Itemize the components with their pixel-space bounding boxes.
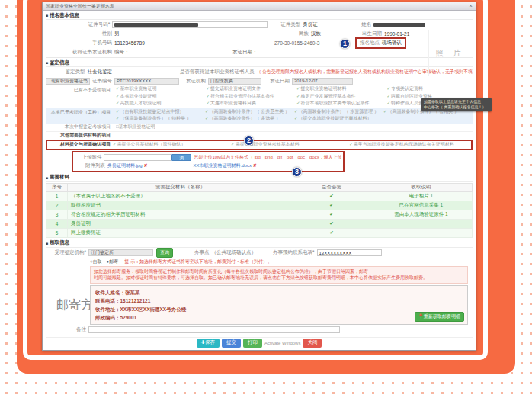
address-line: 联系电话：13121212121 [95,297,463,305]
cell-must-check-icon: ✔ [293,219,370,228]
submit-items-highlight-row: 2 材料提交与所需确认项目 ✓需提供公共基础材料（原件确认） ✓需提供该职业资格… [46,140,473,150]
col-note: 收取说明 [370,183,472,191]
check-icon: ✓ [383,109,387,114]
section-header-confirm: ■ 领取信息 [46,239,473,248]
other-materials-label: 其他需要提供材料的项目 [46,132,113,139]
cell-name: （本省属于以上地区的不予受理） [67,191,293,201]
check-icon: ✓ [296,86,300,91]
org-search-button[interactable]: 查询 [156,248,173,258]
annotation-circle-3: 3 [292,167,302,177]
save-button[interactable]: ✚保存 [197,339,220,348]
other-materials-row: 其他需要提供材料的项目 [46,131,473,139]
reject-item: ✓高技能人才职业证明 [116,100,202,108]
check-icon: ✓ [387,101,391,105]
materials-table-body: 1 （本省属于以上地区的不予受理） ✔ 电子相片 1 2 取得相应证书 ✔ 已在… [46,191,473,237]
check-icon: ✓ [207,101,210,105]
reg-type-row: 鉴定类型 社会化鉴定 是否曾获得过本职业资格证书人员 （ 公告受理期限内报名人或… [46,67,473,76]
cert-date-value[interactable]: 2019-12-07 [292,78,353,85]
check-icon: ✓ [205,116,209,120]
cell-note: 已在官网信息采集 1 [370,201,472,210]
basic-row-1: 证件号码* 证件类型 身份证 姓名 [46,20,425,29]
section-icon: ■ [46,13,48,18]
reject-item: ✓基本职业资格证明 [116,85,202,93]
print-button[interactable]: 打印 [243,339,262,348]
table-row: 1 （本省属于以上地区的不予受理） ✔ 电子相片 1 [46,191,473,201]
browse-button[interactable]: 浏览… [171,154,191,161]
file-item: 身份证明材料.jpg ✘ [107,162,148,169]
cell-seq: 3 [46,210,68,219]
submit-item: ✓需至当地职业技能鉴定机构现场确认有关证明材料 [349,141,467,149]
remark-input[interactable] [88,326,340,333]
cell-must-check-icon: ✔ [293,210,370,219]
section-icon: ■ [46,241,48,246]
cell-name: 取得相应证书 [67,201,293,210]
reject-item: ✓专项类认定资料 [387,85,473,93]
check-icon: ✓ [116,94,120,98]
open-projects-label: 本省已开考职业（工种）项目 [46,109,113,116]
cell-note [370,228,472,237]
check-icon: ✓ [296,94,300,98]
reject-block: 已有不予受理项目 ✓基本职业资格证明 ✓本省职业技能证明 ✓高技能人才职业证明 … [46,85,473,108]
id-number-label: 证件号码* [46,21,112,28]
cert-no-value[interactable]: PTC2019XXXXX [114,78,179,85]
id-number-input[interactable] [112,21,267,28]
divider [46,57,473,58]
close-button[interactable]: 关闭 [303,339,322,348]
cell-note [370,219,472,228]
materials-table: 序号 需要提交材料（名称） 是否必需 收取说明 1 （本省属于以上地区的不予受理… [46,183,473,238]
name-label: 姓名 [345,21,373,28]
cell-seq: 1 [46,191,68,201]
post-method-label: 邮寄方式* [56,297,87,313]
watermark-text: Activate Windows [264,341,300,345]
table-row: 4 身份证明 ✔ [46,219,473,228]
pickup-radio-group[interactable]: ○自取 ●邮寄 [90,258,118,265]
check-icon: ✓ [205,109,209,114]
upload-file-input[interactable] [104,154,171,161]
section-title-basic: 报名基本信息 [50,12,79,19]
reject-label: 已有不予受理项目 [46,87,113,94]
mail-block: 邮寄方式* 收件人姓名：张某某联系电话：13121212121收件地址：XX市X… [46,285,473,325]
col-must: 是否必需 [293,183,370,191]
ethnic-value: 汉族 [311,30,355,37]
file-link[interactable]: 身份证明材料.jpg [107,163,143,168]
check-icon: ✓ [207,94,210,98]
open-project-item: ✓（高温装备制冷条件）（ 公共卫生类 ） [205,108,294,116]
section-title-confirm: 领取信息 [50,239,69,246]
service-site-label: 办事点 [194,249,212,256]
table-row: 2 取得相应证书 ✔ 已在官网信息采集 1 [46,201,473,210]
cell-seq: 5 [46,228,68,237]
remove-file-icon[interactable]: ✘ [144,163,148,168]
phone-input[interactable] [317,249,382,256]
apply-checkbox-item[interactable]: □基本职业资格证明 [116,124,155,131]
check-icon: ✓ [387,94,391,98]
file-link[interactable]: XX市职业资格证明材料.docx [194,163,252,168]
section-header-reg: ■ 鉴定信息 [46,59,473,67]
mobile-value: 13123456789 [114,40,274,46]
issuer-value: 编号： [114,49,232,56]
submit-button[interactable]: 提交 [222,339,241,348]
gender-value: 男 [114,30,274,37]
check-icon: ✓ [116,101,120,105]
ethnic-label: 民族 [274,30,311,37]
file-item: XX市职业资格证明材料.docx ✘ [194,162,257,169]
reject-item: ✓核定产业发展管理基本条件 [296,93,383,101]
mail-address-box: 收件人姓名：张某某联系电话：13121212121收件地址：XX市XX区XX街道… [90,285,468,325]
upload-highlight-box: 3 上传附件 浏览… 只能上传10M以内文件格式（ jpg、png、gif、pd… [72,151,345,172]
mail-fee-button[interactable]: 📍重新获取邮费明细 [415,312,465,322]
remove-file-icon[interactable]: ✘ [253,163,257,168]
tooltip-line: 如需修改以上信息请先至个人信息 [424,99,489,104]
dialog-title: 国家职业资格全国统一鉴定报名表 [46,3,114,10]
cell-name: 符合相应规定的相关学历证明材料 [67,210,293,219]
close-icon[interactable]: × [469,3,473,9]
reject-item: ✓提交该职业资格证明文件 [207,85,293,93]
annotation-circle-1: 1 [340,39,350,49]
check-icon: ✓ [207,86,210,91]
org-input[interactable]: 江门鉴定所 [88,249,153,256]
reject-item: ✓符合相关职业管理办法基本条件 [207,93,293,101]
check-icon: ✓ [113,142,117,146]
open-project-item: ✓（高温装备制冷条件）（ 水资源管理 ） [294,108,383,116]
basic-row-3: 手机号码 13123456789 270-30-0155-2460-3 1 报名… [46,38,425,47]
cert-org-value[interactable]: 口腔医技类 [208,78,261,85]
id-type-value: 身份证 [303,21,345,28]
check-icon: ✓ [296,101,300,105]
